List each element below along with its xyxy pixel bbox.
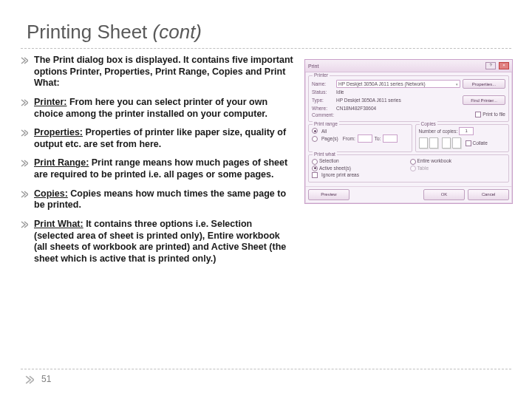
list-item: Print Range: Print range means how much …: [21, 157, 294, 188]
collate-check[interactable]: Collate: [466, 140, 488, 146]
type-label: Type:: [312, 98, 334, 103]
find-printer-button[interactable]: Find Printer...: [463, 95, 505, 105]
bullet-text: From here you can select printer of your…: [34, 97, 267, 119]
name-label: Name:: [312, 81, 334, 86]
list-item: Printer: From here you can select printe…: [21, 97, 294, 127]
page-number: 51: [41, 374, 51, 384]
help-button[interactable]: ?: [485, 62, 496, 69]
what-table-radio[interactable]: Table: [410, 166, 506, 171]
bullet-lead: Printer:: [34, 97, 66, 107]
where-value: CN18N482F30604: [336, 106, 505, 111]
where-label: Where:: [312, 106, 334, 111]
status-value: Idle: [336, 89, 505, 95]
footer-divider: [21, 369, 511, 369]
copies-legend: Copies: [420, 121, 437, 126]
to-input[interactable]: [383, 134, 398, 143]
ok-button[interactable]: OK: [423, 189, 465, 200]
title-divider: [21, 48, 511, 49]
from-input[interactable]: [358, 134, 372, 143]
list-item: The Print dialog box is displayed. It co…: [21, 55, 294, 97]
range-all-radio[interactable]: All: [312, 128, 409, 134]
close-button[interactable]: ×: [499, 62, 509, 69]
cancel-button[interactable]: Cancel: [468, 189, 509, 200]
print-what-group: Print what Selection Entire workbook Act…: [308, 154, 509, 183]
slide-title: Printing Sheet (cont): [27, 21, 511, 44]
preview-button[interactable]: Preview: [308, 189, 349, 200]
print-range-group: Print range All Page(s) From: To:: [308, 124, 412, 152]
list-item: Properties: Properties of printer like p…: [21, 127, 294, 157]
bullet-lead: Print What:: [34, 219, 83, 229]
bullet-lead: Copies:: [34, 188, 68, 199]
title-main: Printing Sheet: [27, 21, 153, 43]
status-label: Status:: [312, 89, 334, 95]
ignore-areas-check[interactable]: Ignore print areas: [312, 172, 505, 178]
bullet-list: The Print dialog box is displayed. It co…: [21, 55, 294, 272]
list-item: Copies: Copies means how much times the …: [21, 188, 294, 219]
printer-legend: Printer: [313, 72, 330, 78]
num-copies-input[interactable]: 1: [459, 127, 474, 135]
list-item: Print What: It contains three options i.…: [21, 219, 294, 273]
properties-button[interactable]: Properties...: [463, 79, 505, 89]
printer-name-dropdown[interactable]: HP Deskjet 3050A J611 series (Network): [336, 80, 460, 88]
bullet-arrow-icon: [21, 99, 28, 106]
what-active-radio[interactable]: Active sheet(s): [312, 166, 408, 171]
what-workbook-radio[interactable]: Entire workbook: [410, 158, 506, 164]
bullet-lead: Print Range:: [34, 157, 89, 168]
comment-label: Comment:: [312, 112, 334, 117]
page-arrow-icon: [25, 375, 34, 384]
bullet-arrow-icon: [21, 221, 28, 228]
collate-preview: Collate: [419, 137, 505, 149]
bullet-arrow-icon: [21, 129, 28, 137]
bullet-text: The Print dialog box is displayed. It co…: [34, 55, 293, 88]
bullet-arrow-icon: [21, 191, 28, 198]
what-legend: Print what: [313, 151, 337, 157]
type-value: HP Deskjet 3050A J611 series: [336, 98, 460, 103]
dialog-title: Print: [308, 64, 484, 69]
bullet-text: Copies means how much times the same pag…: [34, 188, 286, 211]
num-copies-label: Number of copies:: [419, 129, 458, 134]
range-legend: Print range: [313, 121, 339, 126]
printer-group: Printer Name: HP Deskjet 3050A J611 seri…: [308, 75, 509, 122]
copies-group: Copies Number of copies: 1 Collate: [415, 124, 509, 152]
title-italic: (cont): [153, 21, 202, 43]
bullet-arrow-icon: [21, 160, 28, 167]
print-dialog: Print ? × Printer Name: HP Deskjet 3050A…: [304, 59, 513, 204]
dialog-titlebar: Print ? ×: [305, 60, 512, 72]
bullet-arrow-icon: [21, 57, 28, 64]
range-pages-radio[interactable]: Page(s) From: To:: [312, 134, 409, 143]
bullet-lead: Properties:: [34, 127, 83, 137]
print-to-file-check[interactable]: Print to file: [475, 112, 505, 117]
what-selection-radio[interactable]: Selection: [312, 158, 408, 164]
